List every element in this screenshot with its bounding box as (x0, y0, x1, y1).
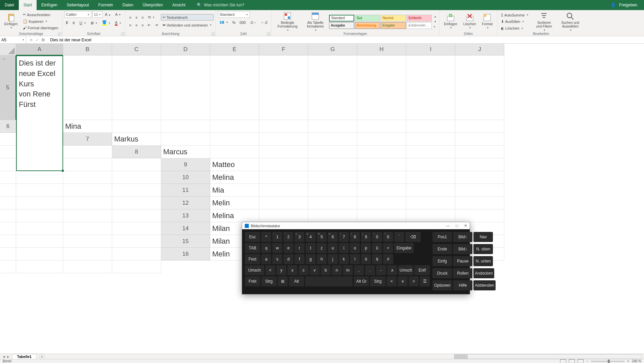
style-schlecht[interactable]: Schlecht (407, 15, 432, 22)
fill-color-button[interactable]: 🪣▼ (100, 19, 112, 27)
osk-key-j[interactable]: j (328, 254, 338, 264)
row-header-13[interactable]: 13 (161, 209, 210, 222)
align-left-button[interactable]: ≡ (128, 22, 133, 28)
cell-E10[interactable] (406, 171, 455, 184)
osk-key-N. unten[interactable]: N. unten (473, 256, 493, 266)
osk-key-r[interactable]: r (294, 243, 305, 253)
align-center-button[interactable]: ≡ (134, 22, 139, 28)
minimize-icon[interactable]: — (446, 224, 450, 228)
cell-B7[interactable] (161, 133, 210, 146)
paste-button[interactable]: Einfügen ▼ (2, 12, 20, 30)
tell-me-search[interactable]: 🔍 Was möchten Sie tun? (197, 3, 244, 7)
cell-J7[interactable] (63, 146, 112, 158)
cell-C7[interactable] (210, 133, 259, 146)
osk-key-v[interactable]: v (310, 265, 320, 275)
tab-überprüfen[interactable]: Überprüfen (138, 0, 168, 10)
cell-J9[interactable] (112, 171, 161, 184)
cell-H14[interactable] (16, 235, 63, 248)
osk-key-q[interactable]: q (261, 243, 271, 253)
osk-key-ö[interactable]: ö (361, 254, 371, 264)
cell-I7[interactable] (0, 146, 16, 158)
cell-E9[interactable] (406, 158, 455, 171)
osk-key-Pause[interactable]: Pause (453, 256, 472, 266)
tab-formeln[interactable]: Formeln (94, 0, 118, 10)
worksheet-grid[interactable]: ABCDEFGHIJ↔5Dies ist der neue Excel Kurs… (0, 44, 644, 354)
cell-J13[interactable] (112, 222, 161, 235)
osk-key-Pos1[interactable]: Pos1 (432, 232, 452, 242)
osk-key-p[interactable]: p (361, 243, 371, 253)
gallery-up-icon[interactable]: ▲ (434, 15, 436, 18)
style-berechnung[interactable]: Berechnung (355, 22, 380, 29)
cell-B13[interactable] (259, 209, 308, 222)
name-box[interactable]: A5▼ (0, 36, 26, 43)
osk-key-.[interactable]: . (365, 265, 375, 275)
share-button[interactable]: Freigeben (619, 3, 637, 7)
osk-key-6[interactable]: &6 (328, 232, 338, 242)
osk-key-Optionen[interactable]: Optionen (432, 280, 452, 290)
insert-cells-button[interactable]: Einfügen▼ (442, 12, 459, 30)
cell-I9[interactable] (63, 171, 112, 184)
cell-E5[interactable] (210, 55, 259, 120)
cell-F5[interactable] (259, 55, 308, 120)
fill-button[interactable]: ⬇Ausfüllen▼ (499, 18, 530, 25)
osk-key-Alt[interactable]: Alt (289, 276, 304, 286)
osk-key-ä[interactable]: ä (372, 254, 382, 264)
osk-key-k[interactable]: k (339, 254, 349, 264)
cell-G5[interactable] (308, 55, 357, 120)
column-header-D[interactable]: D (161, 44, 210, 55)
cell-G13[interactable] (0, 222, 16, 235)
cell-H5[interactable] (357, 55, 406, 120)
cell-J12[interactable] (112, 209, 161, 222)
tab-einfügen[interactable]: Einfügen (37, 0, 62, 10)
osk-key-l[interactable]: l (350, 254, 360, 264)
cell-D6[interactable] (210, 120, 259, 133)
cell-D13[interactable] (357, 209, 406, 222)
cell-F8[interactable] (406, 146, 455, 158)
column-header-A[interactable]: A (16, 44, 63, 55)
format-painter-button[interactable]: 🖌Format übertragen (21, 25, 60, 31)
sheet-nav-next-icon[interactable]: ► (6, 355, 10, 359)
osk-key-Eingabe[interactable]: Eingabe (394, 243, 414, 253)
row-header-5[interactable]: ↔5 (0, 55, 16, 120)
cell-C6[interactable] (161, 120, 210, 133)
osk-key-Einfg[interactable]: Einfg (432, 256, 452, 266)
osk-key-,[interactable]: , (354, 265, 364, 275)
increase-decimal-button[interactable]: .0→ (248, 19, 258, 26)
row-header-7[interactable]: 7 (63, 133, 112, 146)
find-select-button[interactable]: Suchen und Auswählen▼ (558, 11, 583, 33)
bold-button[interactable]: F (64, 19, 70, 27)
osk-key-TAB[interactable]: TAB (245, 243, 260, 253)
user-icon[interactable]: 👤 (611, 3, 616, 7)
style-eingabe[interactable]: Eingabe (381, 22, 406, 29)
cell-H9[interactable] (16, 171, 63, 184)
osk-key-Rollen[interactable]: Rollen (453, 268, 472, 278)
percent-button[interactable]: % (231, 19, 237, 26)
cell-B6[interactable] (112, 120, 161, 133)
cell-J8[interactable] (112, 158, 161, 171)
cell-G6[interactable] (357, 120, 406, 133)
cell-J11[interactable] (112, 197, 161, 209)
osk-key-y[interactable]: y (276, 265, 286, 275)
osk-key-∨[interactable]: ∨ (398, 276, 408, 286)
osk-key-3[interactable]: §3 (294, 232, 305, 242)
osk-key-ü[interactable]: ü (372, 243, 382, 253)
cell-I14[interactable] (63, 235, 112, 248)
zoom-level[interactable]: 240 % (632, 359, 641, 363)
style-gut[interactable]: Gut (355, 15, 380, 22)
osk-key-^[interactable]: ^ (261, 232, 271, 242)
cell-G15[interactable] (0, 248, 16, 260)
gallery-down-icon[interactable]: ▼ (434, 20, 436, 23)
osk-key-o[interactable]: o (350, 243, 360, 253)
osk-key-Umsch[interactable]: Umsch (398, 265, 413, 275)
cell-I10[interactable] (63, 184, 112, 197)
number-format-combo[interactable]: Standard▼ (218, 11, 250, 18)
cell-B10[interactable] (259, 171, 308, 184)
row-header-11[interactable]: 11 (161, 184, 210, 197)
osk-key-n[interactable]: n (332, 265, 342, 275)
style-neutral[interactable]: Neutral (381, 15, 406, 22)
underline-button[interactable]: U▼ (78, 19, 88, 27)
cell-G12[interactable] (0, 209, 16, 222)
osk-key--[interactable]: - (376, 265, 386, 275)
cell-E8[interactable] (357, 146, 406, 158)
osk-key-Strg[interactable]: Strg (261, 276, 277, 286)
